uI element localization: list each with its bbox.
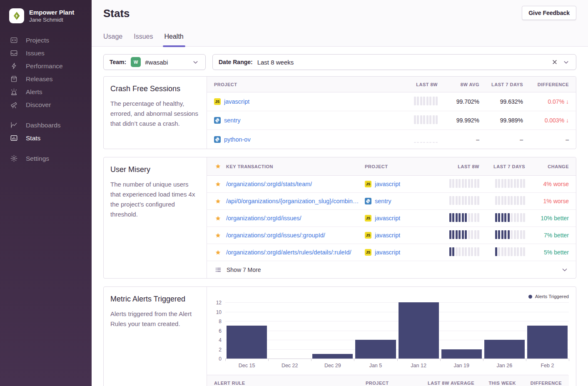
sidebar-item-discover[interactable]: Discover: [0, 98, 92, 111]
y-axis-tick-label: 8: [209, 319, 222, 324]
project-link[interactable]: javascript: [224, 98, 249, 105]
alerts-chart-plot: 024681012: [225, 303, 569, 359]
user-misery-description-pane: User Misery The number of unique users t…: [104, 157, 207, 278]
project-link[interactable]: javascript: [375, 181, 400, 187]
sparkline: [495, 213, 526, 222]
legend-marker: [528, 295, 532, 299]
sidebar-nav: Projects Issues Performance Releases Ale…: [0, 34, 92, 165]
date-range-selector[interactable]: Date Range: Last 8 weeks: [212, 54, 576, 70]
chart-legend[interactable]: Alerts Triggered: [207, 294, 569, 299]
panel-description: The percentage of healthy, errored, and …: [110, 99, 200, 129]
sidebar-item-settings[interactable]: Settings: [0, 152, 92, 165]
legend-label: Alerts Triggered: [535, 294, 569, 299]
user-misery-table: KEY TRANSACTIONPROJECTLAST 8WLAST 7 DAYS…: [207, 157, 576, 278]
sidebar-item-dashboards[interactable]: Dashboards: [0, 119, 92, 132]
last-7d-value: 99.632%: [500, 98, 523, 105]
team-selector[interactable]: Team: W #wasabi: [103, 54, 206, 70]
difference-value: –: [566, 136, 569, 143]
table-header: PROJECTLAST 8W8W AVGLAST 7 DAYSDIFFERENC…: [207, 77, 576, 92]
key-transaction-star-icon[interactable]: [214, 197, 222, 205]
x-axis-tick-label: Jan 19: [440, 363, 483, 369]
transaction-link[interactable]: /organizations/:orgId/alerts/rules/detai…: [226, 249, 351, 256]
avg-8w-value: –: [476, 136, 479, 143]
sidebar-item-performance[interactable]: Performance: [0, 60, 92, 72]
transaction-link[interactable]: /api/0/organizations/{organization_slug}…: [226, 198, 359, 204]
transaction-link[interactable]: /organizations/:orgId/stats/team/: [226, 181, 312, 187]
x-axis-tick-label: Jan 26: [483, 363, 526, 369]
y-axis-tick-label: 10: [209, 309, 222, 315]
performance-icon: [10, 62, 18, 70]
tab-issues[interactable]: Issues: [134, 33, 153, 46]
transaction-link[interactable]: /organizations/:orgId/issues/: [226, 215, 301, 222]
page-content: Team: W #wasabi Date Range: Last 8 weeks: [92, 47, 588, 386]
sidebar-item-projects[interactable]: Projects: [0, 34, 92, 47]
show-more-button[interactable]: Show 7 More: [207, 261, 576, 278]
user-name: Jane Schmidt: [29, 16, 74, 23]
javascript-platform-icon: JS: [365, 232, 371, 239]
table-row: python-ov – – –: [207, 130, 576, 149]
team-selector-value: #wasabi: [145, 59, 168, 66]
sparkline: [495, 247, 526, 256]
bar: [484, 340, 525, 359]
chevron-down-icon: [562, 58, 570, 66]
sidebar-item-alerts[interactable]: Alerts: [0, 85, 92, 98]
x-axis-tick-label: Dec 29: [311, 363, 354, 369]
table-row: JSjavascript 99.702% 99.632% 0.07% ↓: [207, 92, 576, 111]
sparkline: [414, 97, 438, 105]
column-header: 8W AVG: [461, 82, 479, 87]
python-platform-icon: [365, 198, 371, 204]
sparkline: [414, 115, 438, 124]
column-header: PROJECT: [365, 164, 431, 169]
column-header: THIS WEEK: [488, 381, 516, 386]
dashboards-icon: [10, 121, 18, 129]
show-more-label: Show 7 More: [227, 266, 261, 273]
alerts-icon: [10, 88, 18, 96]
team-selector-label: Team:: [110, 59, 126, 65]
sidebar-item-releases[interactable]: Releases: [0, 72, 92, 85]
panel-title: Metric Alerts Triggered: [110, 295, 200, 304]
project-link[interactable]: javascript: [375, 249, 400, 256]
transaction-link[interactable]: /organizations/:orgId/issues/:groupId/: [226, 232, 325, 239]
sidebar-item-issues[interactable]: Issues: [0, 47, 92, 60]
give-feedback-button[interactable]: Give Feedback: [522, 6, 576, 20]
list-icon: [214, 266, 222, 274]
x-axis-tick-label: Dec 15: [225, 363, 268, 369]
date-range-label: Date Range:: [219, 59, 253, 65]
crash-free-sessions-table: PROJECTLAST 8W8W AVGLAST 7 DAYSDIFFERENC…: [207, 77, 576, 149]
sparkline: [495, 230, 526, 239]
clear-icon[interactable]: [551, 58, 558, 66]
date-range-value: Last 8 weeks: [257, 59, 294, 66]
x-axis-tick-label: Dec 22: [268, 363, 311, 369]
page-header: Stats Give Feedback Usage Issues Health: [92, 0, 588, 47]
project-link[interactable]: python-ov: [224, 136, 251, 143]
key-transaction-star-icon[interactable]: [214, 180, 222, 188]
key-transaction-star-icon[interactable]: [214, 249, 222, 257]
avg-8w-value: 99.702%: [456, 98, 479, 105]
column-header: LAST 8W AVERAGE: [428, 381, 474, 386]
project-link[interactable]: sentry: [224, 117, 241, 124]
key-transaction-star-icon[interactable]: [214, 232, 222, 239]
metric-alerts-description-pane: Metric Alerts Triggered Alerts triggered…: [104, 287, 207, 386]
crash-free-sessions-panel: Crash Free Sessions The percentage of he…: [103, 76, 576, 149]
panel-description: Alerts triggered from the Alert Rules yo…: [110, 309, 200, 329]
javascript-platform-icon: JS: [365, 215, 371, 222]
avg-8w-value: 99.992%: [456, 117, 479, 124]
y-axis-tick-label: 4: [209, 337, 222, 343]
column-header: KEY TRANSACTION: [214, 162, 365, 170]
tab-usage[interactable]: Usage: [103, 33, 122, 46]
projects-icon: [10, 36, 18, 44]
javascript-platform-icon: JS: [214, 98, 221, 105]
y-axis-tick-label: 6: [209, 328, 222, 334]
project-link[interactable]: sentry: [375, 198, 391, 204]
key-transaction-star-icon[interactable]: [214, 214, 222, 222]
column-header: LAST 8W: [416, 82, 438, 87]
project-link[interactable]: javascript: [375, 215, 400, 222]
project-link[interactable]: javascript: [375, 232, 400, 239]
team-avatar: W: [131, 57, 141, 67]
y-axis-tick-label: 0: [209, 356, 222, 362]
org-switcher[interactable]: Empower Plant Jane Schmidt: [0, 8, 92, 23]
sidebar-item-stats[interactable]: Stats: [0, 132, 92, 144]
sidebar: Empower Plant Jane Schmidt Projects Issu…: [0, 0, 92, 386]
table-row: /organizations/:orgId/issues/ JSjavascri…: [207, 210, 576, 227]
tab-health[interactable]: Health: [164, 33, 184, 46]
